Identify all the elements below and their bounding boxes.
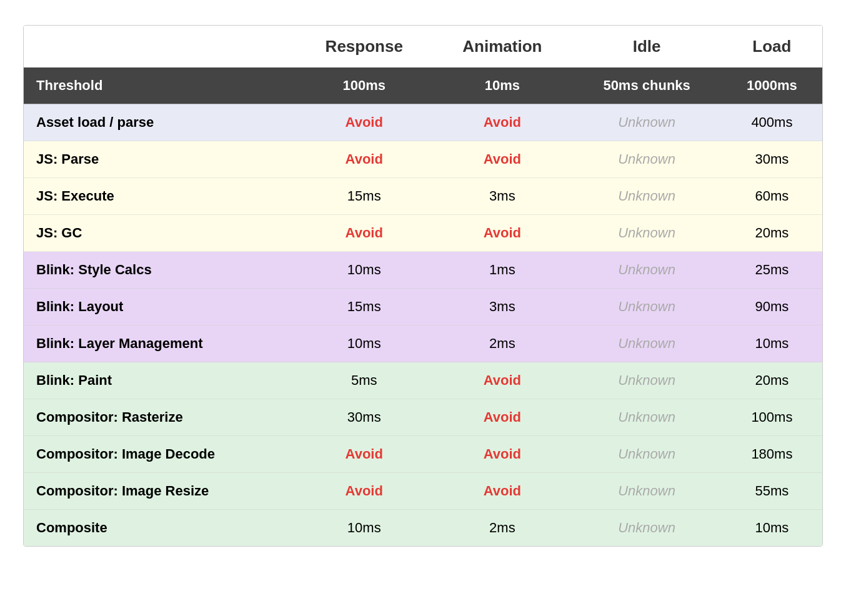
row-name: Blink: Style Calcs xyxy=(24,252,296,289)
threshold-response-value: 100ms xyxy=(296,67,432,104)
row-load: 60ms xyxy=(722,178,822,215)
row-response: 5ms xyxy=(296,362,432,399)
row-name: Compositor: Image Decode xyxy=(24,436,296,473)
row-response: Avoid xyxy=(296,436,432,473)
table-row: Blink: Layout15ms3msUnknown90ms xyxy=(24,289,822,325)
row-load: 90ms xyxy=(722,289,822,325)
table-row: JS: ParseAvoidAvoidUnknown30ms xyxy=(24,141,822,178)
row-response: 30ms xyxy=(296,399,432,436)
row-name: Compositor: Rasterize xyxy=(24,399,296,436)
row-animation: Avoid xyxy=(432,141,572,178)
row-load: 10ms xyxy=(722,510,822,547)
row-idle: Unknown xyxy=(572,252,721,289)
row-animation: 1ms xyxy=(432,252,572,289)
threshold-header-row: Threshold 100ms 10ms 50ms chunks 1000ms xyxy=(24,67,822,104)
threshold-idle-value: 50ms chunks xyxy=(572,67,721,104)
table-row: Composite10ms2msUnknown10ms xyxy=(24,510,822,547)
row-response: Avoid xyxy=(296,215,432,252)
row-response: 15ms xyxy=(296,289,432,325)
row-animation: 3ms xyxy=(432,178,572,215)
row-idle: Unknown xyxy=(572,473,721,510)
main-table-wrapper: Response Animation Idle Load Threshold 1… xyxy=(23,25,823,547)
row-animation: Avoid xyxy=(432,215,572,252)
row-response: 15ms xyxy=(296,178,432,215)
row-animation: 3ms xyxy=(432,289,572,325)
threshold-col-header xyxy=(24,26,296,67)
row-animation: Avoid xyxy=(432,104,572,141)
row-idle: Unknown xyxy=(572,325,721,362)
row-idle: Unknown xyxy=(572,178,721,215)
table-row: Compositor: Image DecodeAvoidAvoidUnknow… xyxy=(24,436,822,473)
table-row: Blink: Paint5msAvoidUnknown20ms xyxy=(24,362,822,399)
row-idle: Unknown xyxy=(572,289,721,325)
row-name: Composite xyxy=(24,510,296,547)
threshold-header-label: Threshold xyxy=(24,67,296,104)
row-response: 10ms xyxy=(296,510,432,547)
row-load: 100ms xyxy=(722,399,822,436)
row-idle: Unknown xyxy=(572,215,721,252)
idle-col-header: Idle xyxy=(572,26,721,67)
table-row: Asset load / parseAvoidAvoidUnknown400ms xyxy=(24,104,822,141)
row-idle: Unknown xyxy=(572,104,721,141)
row-load: 30ms xyxy=(722,141,822,178)
row-animation: Avoid xyxy=(432,399,572,436)
row-load: 400ms xyxy=(722,104,822,141)
row-idle: Unknown xyxy=(572,141,721,178)
row-name: Blink: Paint xyxy=(24,362,296,399)
row-response: 10ms xyxy=(296,252,432,289)
row-idle: Unknown xyxy=(572,510,721,547)
row-animation: Avoid xyxy=(432,473,572,510)
row-response: Avoid xyxy=(296,473,432,510)
table-row: Blink: Layer Management10ms2msUnknown10m… xyxy=(24,325,822,362)
row-name: Compositor: Image Resize xyxy=(24,473,296,510)
row-animation: Avoid xyxy=(432,362,572,399)
table-body: Asset load / parseAvoidAvoidUnknown400ms… xyxy=(24,104,822,547)
row-response: Avoid xyxy=(296,141,432,178)
row-load: 25ms xyxy=(722,252,822,289)
row-animation: 2ms xyxy=(432,325,572,362)
animation-col-header: Animation xyxy=(432,26,572,67)
row-name: JS: Parse xyxy=(24,141,296,178)
row-load: 20ms xyxy=(722,362,822,399)
threshold-load-value: 1000ms xyxy=(722,67,822,104)
row-name: Blink: Layer Management xyxy=(24,325,296,362)
row-idle: Unknown xyxy=(572,436,721,473)
table-row: JS: Execute15ms3msUnknown60ms xyxy=(24,178,822,215)
row-animation: Avoid xyxy=(432,436,572,473)
row-idle: Unknown xyxy=(572,399,721,436)
table-row: Compositor: Image ResizeAvoidAvoidUnknow… xyxy=(24,473,822,510)
row-name: Blink: Layout xyxy=(24,289,296,325)
row-load: 10ms xyxy=(722,325,822,362)
table-row: JS: GCAvoidAvoidUnknown20ms xyxy=(24,215,822,252)
row-idle: Unknown xyxy=(572,362,721,399)
load-col-header: Load xyxy=(722,26,822,67)
row-response: Avoid xyxy=(296,104,432,141)
row-animation: 2ms xyxy=(432,510,572,547)
row-load: 55ms xyxy=(722,473,822,510)
table-row: Blink: Style Calcs10ms1msUnknown25ms xyxy=(24,252,822,289)
row-load: 20ms xyxy=(722,215,822,252)
column-headers-row: Response Animation Idle Load xyxy=(24,26,822,67)
row-load: 180ms xyxy=(722,436,822,473)
performance-table: Response Animation Idle Load Threshold 1… xyxy=(24,26,822,546)
response-col-header: Response xyxy=(296,26,432,67)
row-name: Asset load / parse xyxy=(24,104,296,141)
table-row: Compositor: Rasterize30msAvoidUnknown100… xyxy=(24,399,822,436)
row-name: JS: GC xyxy=(24,215,296,252)
row-name: JS: Execute xyxy=(24,178,296,215)
threshold-animation-value: 10ms xyxy=(432,67,572,104)
row-response: 10ms xyxy=(296,325,432,362)
